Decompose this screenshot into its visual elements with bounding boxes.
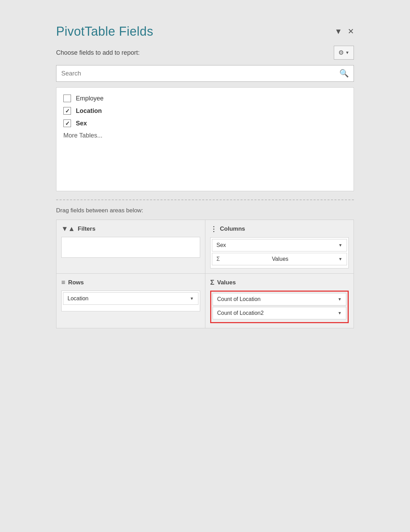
header-icons: ▼ ✕ [335,27,354,36]
columns-drop-zone: Sex ▼ Σ Values ▼ [210,237,349,268]
pivot-table-fields-panel: PivotTable Fields ▼ ✕ Choose fields to a… [46,14,364,518]
rows-label: Rows [68,279,84,286]
gear-icon: ⚙ [338,49,344,56]
checkbox-employee[interactable] [63,95,71,102]
filters-header: ▼▲ Filters [61,225,200,233]
location-chevron-icon: ▼ [190,296,194,301]
search-box: 🔍 [56,65,354,82]
gear-chevron-icon: ▼ [345,50,349,55]
gear-settings-button[interactable]: ⚙ ▼ [334,46,354,60]
value-tag-count-location-label: Count of Location [217,296,260,302]
values-drop-zone-highlighted: Count of Location ▼ Count of Location2 ▼ [210,291,349,323]
search-input[interactable] [61,70,339,77]
columns-section: ⋮ Columns Sex ▼ Σ Values ▼ [205,220,354,273]
value-tag-count-location2[interactable]: Count of Location2 ▼ [213,307,346,319]
columns-icon: ⋮ [210,225,217,233]
columns-label: Columns [220,225,245,232]
values-header: Σ Values [210,278,349,286]
filters-label: Filters [78,225,96,232]
column-tag-sex-label: Sex [216,242,226,248]
count-location2-chevron-icon: ▼ [338,311,342,316]
section-divider [56,200,354,200]
choose-fields-row: Choose fields to add to report: ⚙ ▼ [56,46,354,60]
rows-icon: ≡ [61,278,65,286]
checkbox-location[interactable]: ✓ [63,107,71,115]
column-tag-values[interactable]: Σ Values ▼ [212,253,347,265]
rows-header: ≡ Rows [61,278,200,286]
filter-icon: ▼▲ [61,225,75,233]
close-icon[interactable]: ✕ [348,27,354,36]
value-tag-count-location[interactable]: Count of Location ▼ [213,293,346,305]
field-label-sex: Sex [76,120,87,127]
column-tag-sex[interactable]: Sex ▼ [212,239,347,251]
panel-title: PivotTable Fields [56,24,153,39]
value-tag-count-location2-label: Count of Location2 [217,310,264,316]
values-section: Σ Values Count of Location ▼ Count of Lo… [205,273,354,328]
sigma-icon: Σ [216,256,220,262]
row-tag-location-label: Location [68,295,89,302]
values-chevron-icon: ▼ [338,257,342,261]
checkbox-sex[interactable]: ✓ [63,119,71,127]
more-tables-link[interactable]: More Tables... [63,132,347,139]
sex-chevron-icon: ▼ [338,243,342,248]
rows-drop-zone: Location ▼ [61,291,200,311]
count-location-chevron-icon: ▼ [338,297,342,302]
field-item-employee[interactable]: Employee [63,95,347,102]
filters-drop-zone[interactable] [61,237,200,258]
filters-section: ▼▲ Filters [56,220,205,273]
panel-header: PivotTable Fields ▼ ✕ [56,24,354,39]
dropdown-icon[interactable]: ▼ [335,27,342,36]
row-tag-location[interactable]: Location ▼ [63,292,198,305]
column-tag-values-label: Values [272,256,288,262]
sigma-area-icon: Σ [210,278,214,286]
rows-section: ≡ Rows Location ▼ [56,273,205,328]
field-label-employee: Employee [76,95,104,102]
field-item-sex[interactable]: ✓ Sex [63,119,347,127]
search-icon: 🔍 [339,69,349,78]
areas-grid: ▼▲ Filters ⋮ Columns Sex ▼ Σ Values ▼ [56,220,354,328]
field-item-location[interactable]: ✓ Location [63,107,347,115]
field-label-location: Location [76,107,102,115]
values-label: Values [217,279,236,286]
columns-header: ⋮ Columns [210,225,349,233]
choose-fields-label: Choose fields to add to report: [56,49,140,56]
drag-fields-label: Drag fields between areas below: [56,207,354,214]
fields-list: Employee ✓ Location ✓ Sex More Tables... [56,87,354,191]
